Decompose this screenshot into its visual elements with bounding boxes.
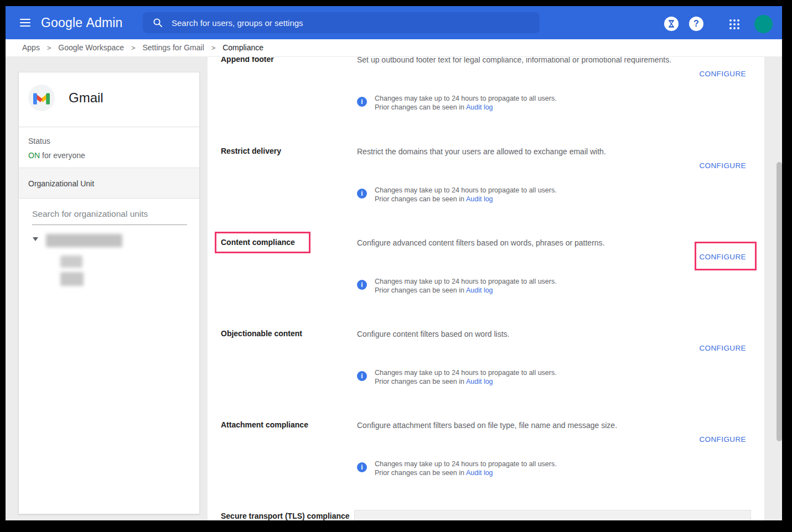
org-unit-search-input[interactable] <box>32 207 187 225</box>
setting-label: Append footer <box>221 57 351 64</box>
info-icon: i <box>357 189 367 199</box>
breadcrumb-settings-for-gmail[interactable]: Settings for Gmail <box>142 43 204 52</box>
status-label: Status <box>28 137 50 145</box>
info-icon: i <box>357 462 367 472</box>
admin-search-box[interactable] <box>143 12 540 33</box>
breadcrumb-separator: > <box>47 44 51 52</box>
configure-button[interactable]: CONFIGURE <box>699 344 746 352</box>
setting-description: Restrict the domains that your users are… <box>357 147 744 156</box>
setting-row-attachment-compliance: Attachment compliance Configure attachme… <box>208 420 764 509</box>
info-line2: Prior changes can be seen inAudit log <box>375 286 707 294</box>
status-scope-text: for everyone <box>42 151 85 160</box>
info-line1: Changes may take up to 24 hours to propa… <box>375 95 707 102</box>
info-line2-text: Prior changes can be seen in <box>375 103 464 111</box>
help-icon[interactable]: ? <box>689 17 703 31</box>
audit-log-link[interactable]: Audit log <box>466 103 493 111</box>
menu-icon[interactable] <box>20 18 31 28</box>
setting-label: Secure transport (TLS) compliance <box>221 512 351 520</box>
settings-list: Append footer Set up outbound footer tex… <box>208 57 764 520</box>
search-input[interactable] <box>172 12 526 33</box>
setting-label: Restrict delivery <box>221 147 351 156</box>
configure-button[interactable]: CONFIGURE <box>699 253 746 261</box>
breadcrumb-separator: > <box>131 44 136 52</box>
hourglass-icon[interactable] <box>664 17 679 31</box>
info-line2-text: Prior changes can be seen in <box>375 378 464 385</box>
setting-label: Objectionable content <box>221 329 351 338</box>
setting-row-content-compliance: Content compliance Configure advanced co… <box>208 238 764 326</box>
setting-row-objectionable-content: Objectionable content Configure content … <box>208 329 764 418</box>
setting-row-restrict-delivery: Restrict delivery Restrict the domains t… <box>208 147 764 235</box>
status-value-line: ONfor everyone <box>28 151 85 160</box>
scrollbar-track[interactable] <box>764 57 782 520</box>
setting-row-secure-transport: Secure transport (TLS) compliance <box>208 512 764 520</box>
logo-google-text: Google <box>41 15 82 30</box>
setting-label: Content compliance <box>221 238 351 247</box>
info-line2: Prior changes can be seen inAudit log <box>375 195 707 203</box>
info-icon: i <box>357 280 367 290</box>
configure-button[interactable]: CONFIGURE <box>699 161 746 170</box>
audit-log-link[interactable]: Audit log <box>466 195 493 203</box>
breadcrumb-separator: > <box>211 44 216 52</box>
page-body: Gmail Status ONfor everyone Organization… <box>6 57 782 520</box>
account-avatar[interactable] <box>754 15 773 33</box>
expand-arrow-icon[interactable] <box>33 237 38 241</box>
search-icon <box>153 18 163 28</box>
redacted-org-child[interactable] <box>60 255 82 268</box>
info-line2: Prior changes can be seen inAudit log <box>375 469 707 477</box>
apps-grid-icon[interactable] <box>729 19 740 30</box>
logo-admin-text: Admin <box>86 15 122 30</box>
info-line1: Changes may take up to 24 hours to propa… <box>375 369 707 377</box>
breadcrumb-apps[interactable]: Apps <box>22 43 40 52</box>
org-unit-search[interactable] <box>32 207 187 225</box>
redacted-org-child[interactable] <box>60 272 84 286</box>
org-unit-header-label: Organizational Unit <box>28 179 94 188</box>
app-bar: GoogleAdmin ? <box>6 6 782 39</box>
info-icon: i <box>357 97 367 107</box>
divider <box>19 127 199 127</box>
redacted-org-root[interactable] <box>46 234 122 247</box>
breadcrumb-current-compliance: Compliance <box>222 43 263 52</box>
google-admin-logo: GoogleAdmin <box>41 6 123 39</box>
browser-viewport: GoogleAdmin ? <box>6 6 782 520</box>
org-unit-section-header: Organizational Unit <box>19 168 199 199</box>
info-line2-text: Prior changes can be seen in <box>375 286 464 294</box>
setting-description: Set up outbound footer text for legal co… <box>357 57 744 64</box>
info-line2-text: Prior changes can be seen in <box>375 469 464 477</box>
info-line2: Prior changes can be seen inAudit log <box>375 103 707 111</box>
info-line1: Changes may take up to 24 hours to propa… <box>375 278 707 285</box>
service-title: Gmail <box>69 90 103 106</box>
status-on-badge: ON <box>28 151 40 160</box>
setting-label: Attachment compliance <box>221 420 351 430</box>
gmail-service-card: Gmail Status ONfor everyone Organization… <box>18 72 200 514</box>
audit-log-link[interactable]: Audit log <box>466 469 493 477</box>
setting-description: Configure attachment filters based on fi… <box>357 421 744 430</box>
setting-description: Configure content filters based on word … <box>357 330 744 338</box>
setting-panel-placeholder[interactable] <box>354 510 751 520</box>
breadcrumb: Apps > Google Workspace > Settings for G… <box>6 39 782 57</box>
audit-log-link[interactable]: Audit log <box>466 378 493 385</box>
configure-button[interactable]: CONFIGURE <box>699 70 746 78</box>
info-line1: Changes may take up to 24 hours to propa… <box>375 460 707 468</box>
scrollbar-thumb[interactable] <box>777 162 782 441</box>
info-line1: Changes may take up to 24 hours to propa… <box>375 186 707 194</box>
info-line2: Prior changes can be seen inAudit log <box>375 378 707 385</box>
gmail-logo-icon <box>28 85 55 111</box>
setting-description: Configure advanced content filters based… <box>357 238 744 247</box>
breadcrumb-google-workspace[interactable]: Google Workspace <box>58 43 124 52</box>
setting-row-append-footer: Append footer Set up outbound footer tex… <box>208 57 764 143</box>
audit-log-link[interactable]: Audit log <box>466 286 493 294</box>
info-icon: i <box>357 371 367 381</box>
info-line2-text: Prior changes can be seen in <box>375 195 464 203</box>
configure-button[interactable]: CONFIGURE <box>699 435 746 444</box>
screenshot-frame: GoogleAdmin ? <box>0 0 792 532</box>
